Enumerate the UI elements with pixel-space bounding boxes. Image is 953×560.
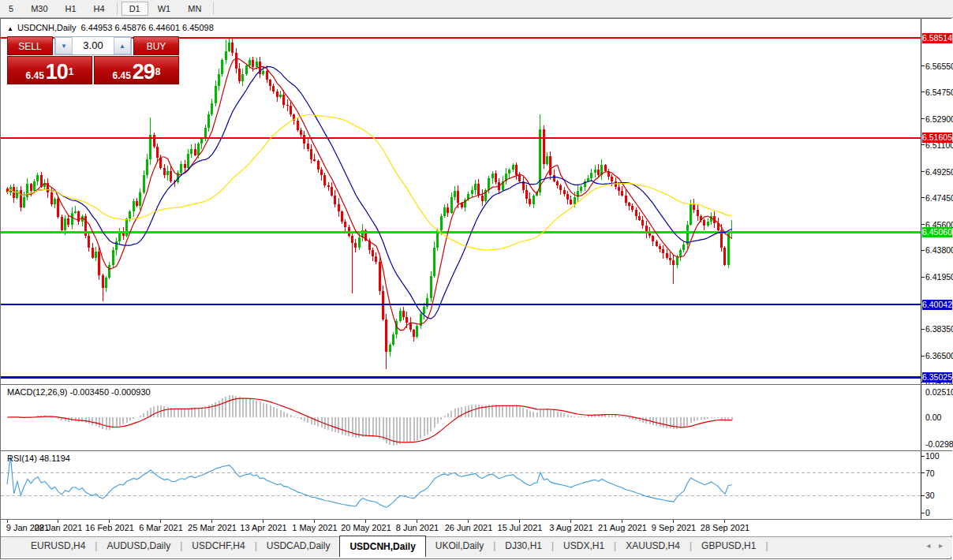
- date-label: 16 Feb 2021: [85, 523, 134, 532]
- sell-price-pips: 10: [46, 62, 68, 82]
- buy-price-quote[interactable]: 6.45 29 8: [94, 56, 179, 84]
- collapse-panel-icon[interactable]: ▲: [7, 25, 13, 32]
- tabbar-spacer: [1, 537, 21, 557]
- price-line-badge[interactable]: 6.35025: [922, 372, 952, 383]
- date-label: 26 Jun 2021: [445, 523, 493, 532]
- date-label: 25 Mar 2021: [188, 523, 237, 532]
- timeframe-button-d1[interactable]: D1: [121, 2, 148, 16]
- macd-axis: 0.0251080.00-0.029881: [921, 385, 952, 450]
- rsi-axis-label: 70: [925, 469, 935, 478]
- rsi-axis-label: 0: [925, 508, 930, 517]
- rsi-plot: [1, 451, 921, 519]
- date-label: 8 Jun 2021: [396, 523, 439, 532]
- date-label: 9 Sep 2021: [652, 523, 696, 532]
- date-label: 21 Aug 2021: [598, 523, 647, 532]
- price-tick: [921, 65, 925, 66]
- price-tick: [921, 91, 925, 92]
- date-label: 6 Mar 2021: [139, 523, 183, 532]
- price-tick: [921, 197, 925, 198]
- price-line-badge[interactable]: 6.40042: [922, 300, 952, 310]
- macd-axis-label: -0.029881: [925, 439, 953, 449]
- volume-value[interactable]: 3.00: [73, 37, 114, 54]
- chart-ohlc-values: 6.44953 6.45876 6.44601 6.45098: [81, 23, 214, 32]
- date-label: 28 Jan 2021: [35, 523, 83, 532]
- macd-label: MACD(12,26,9) -0.003450 -0.000930: [7, 387, 151, 397]
- mt4-app-window: 5M30H1H4D1W1MN ▲USDCNH,Daily 6.44953 6.4…: [0, 0, 953, 560]
- rsi-tick: [921, 513, 925, 513]
- timeframe-button-mn[interactable]: MN: [180, 2, 209, 16]
- price-tick-label: 6.36500: [925, 351, 953, 360]
- buy-button[interactable]: BUY: [133, 36, 179, 55]
- date-axis: 9 Jan 202128 Jan 202116 Feb 20216 Mar 20…: [1, 520, 952, 536]
- timeframe-button-w1[interactable]: W1: [150, 2, 179, 16]
- rsi-label: RSI(14) 48.1194: [7, 454, 70, 463]
- sell-price-quote[interactable]: 6.45 10 1: [7, 56, 92, 84]
- tab-scroll-arrows-icon[interactable]: ◂ ▸: [926, 537, 952, 557]
- chart-tab-eurusd[interactable]: EURUSD,H4: [21, 537, 95, 557]
- rsi-axis: 10070300: [921, 451, 952, 519]
- price-tick-label: 6.38350: [925, 324, 953, 334]
- macd-axis-label: 0.025108: [925, 387, 953, 397]
- chart-tab-usdx[interactable]: USDX,H1: [554, 537, 614, 557]
- timeframe-button-h1[interactable]: H1: [58, 2, 84, 16]
- chart-tab-audusd[interactable]: AUDUSD,Daily: [97, 537, 180, 557]
- chart-title: ▲USDCNH,Daily 6.44953 6.45876 6.44601 6.…: [7, 23, 214, 32]
- date-label: 20 May 2021: [341, 523, 391, 532]
- timeframe-button-m30[interactable]: M30: [23, 2, 55, 16]
- price-tick: [921, 277, 925, 278]
- buy-price-fraction: 8: [155, 62, 161, 82]
- price-line-badge[interactable]: 6.45060: [922, 227, 952, 237]
- date-label: 1 May 2021: [292, 523, 337, 532]
- buy-price-pips: 29: [133, 62, 155, 82]
- date-label: 15 Jul 2021: [498, 523, 543, 532]
- rsi-axis-label: 30: [925, 491, 935, 500]
- timeframe-button-h4[interactable]: H4: [86, 2, 113, 16]
- chart-tab-dj30[interactable]: DJ30,H1: [495, 537, 551, 557]
- price-tick-label: 6.43800: [925, 245, 953, 255]
- date-label: 13 Apr 2021: [240, 523, 286, 532]
- price-tick-label: 6.41950: [925, 272, 953, 282]
- price-line-badge[interactable]: 6.51605: [922, 133, 952, 143]
- price-tick: [921, 144, 925, 145]
- rsi-tick: [921, 495, 925, 496]
- price-tick-label: 6.52900: [925, 114, 953, 124]
- rsi-tick: [921, 472, 925, 473]
- chart-tab-gbpusd[interactable]: GBPUSD,H1: [692, 537, 765, 557]
- rsi-tick: [921, 456, 925, 457]
- price-tick: [921, 224, 925, 225]
- volume-spinner: ▼ 3.00 ▲: [54, 36, 132, 55]
- price-tick: [921, 356, 925, 357]
- chart-tab-usdcnh[interactable]: USDCNH,Daily: [339, 536, 425, 557]
- chart-tab-xauusd[interactable]: XAUUSD,H4: [616, 537, 690, 557]
- chart-tab-usdchf[interactable]: USDCHF,H4: [182, 537, 254, 557]
- rsi-axis-label: 100: [925, 451, 940, 461]
- volume-increase-icon[interactable]: ▲: [114, 37, 131, 54]
- price-tick-label: 6.56550: [925, 62, 953, 71]
- chart-tab-ukoil[interactable]: UKOil,Daily: [426, 537, 493, 557]
- toolbar-separator: [117, 2, 118, 15]
- price-tick: [921, 329, 925, 330]
- volume-decrease-icon[interactable]: ▼: [55, 37, 73, 54]
- price-line-badge[interactable]: 6.58514: [922, 33, 952, 43]
- price-tick: [921, 118, 925, 119]
- price-tick-label: 6.54750: [925, 88, 953, 97]
- price-tick-label: 6.49250: [925, 167, 953, 177]
- chart-window: ▲USDCNH,Daily 6.44953 6.45876 6.44601 6.…: [0, 18, 951, 559]
- toolbar-separator: [213, 2, 214, 15]
- chart-tab-bar: EURUSD,H4|AUDUSD,Daily|USDCHF,H4|USDCAD,…: [1, 536, 952, 557]
- date-label: 28 Sep 2021: [701, 523, 749, 532]
- macd-axis-label: 0.00: [925, 413, 941, 422]
- tab-separator: |: [765, 537, 768, 557]
- buy-price-prefix: 6.45: [112, 69, 130, 82]
- one-click-trading-panel: SELL ▼ 3.00 ▲ BUY 6.45 10 1 6.45 29 8: [7, 36, 179, 84]
- sell-button[interactable]: SELL: [7, 36, 53, 55]
- chart-tab-usdcad[interactable]: USDCAD,Daily: [257, 537, 340, 557]
- date-label: 3 Aug 2021: [549, 523, 593, 532]
- timeframe-button-5[interactable]: 5: [1, 2, 21, 16]
- timeframe-toolbar: 5M30H1H4D1W1MN: [0, 0, 953, 18]
- price-tick: [921, 171, 925, 172]
- price-tick: [921, 250, 925, 251]
- price-tick-label: 6.47450: [925, 193, 953, 203]
- chart-symbol-label: USDCNH,Daily: [17, 23, 77, 32]
- sell-price-prefix: 6.45: [25, 69, 43, 82]
